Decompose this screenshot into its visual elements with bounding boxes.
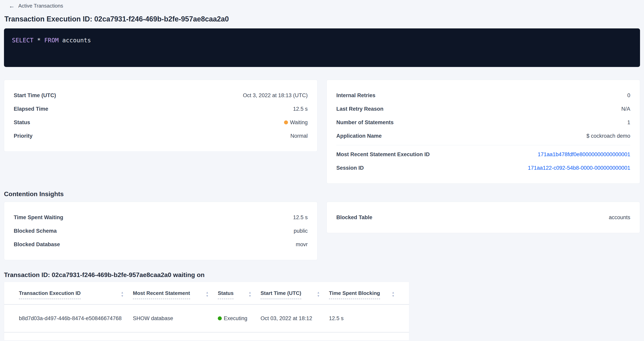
elapsed-time-label: Elapsed Time <box>14 105 56 112</box>
waiting-on-table-header: Transaction Execution ID ▲ ▼ Most Recent… <box>4 290 409 305</box>
sql-star: * <box>37 37 40 44</box>
time-spent-waiting-label: Time Spent Waiting <box>14 214 71 221</box>
status-text: Waiting <box>290 119 308 126</box>
table-row: b8d7d03a-d497-446b-8474-e50846674768 SHO… <box>4 305 409 333</box>
sort-asc-icon: ▲ <box>248 291 252 294</box>
statement-execution-id-row: Most Recent Statement Execution ID 171aa… <box>336 148 630 161</box>
sql-table-name: accounts <box>62 37 91 44</box>
column-label: Most Recent Statement <box>133 290 190 299</box>
sql-statement-box: SELECT * FROM accounts <box>4 28 640 67</box>
sort-asc-icon: ▲ <box>392 291 394 294</box>
last-retry-reason-value: N/A <box>621 105 630 112</box>
contention-card-right: Blocked Table accounts <box>326 202 640 233</box>
cell-start-time: Oct 03, 2022 at 18:12 <box>260 315 329 322</box>
sql-keyword-from: FROM <box>44 37 59 44</box>
contention-card-left: Time Spent Waiting 12.5 s Blocked Schema… <box>4 202 318 260</box>
sort-asc-icon: ▲ <box>317 291 320 294</box>
internal-retries-label: Internal Retries <box>336 92 384 99</box>
sort-icon[interactable]: ▲ ▼ <box>392 291 394 297</box>
contention-insights-heading: Contention Insights <box>4 190 640 198</box>
breadcrumb-label: Active Transactions <box>18 3 63 9</box>
waiting-on-table: Transaction Execution ID ▲ ▼ Most Recent… <box>4 282 409 341</box>
start-time-value: Oct 3, 2022 at 18:13 (UTC) <box>243 92 308 99</box>
contention-insights-section: Time Spent Waiting 12.5 s Blocked Schema… <box>4 202 640 260</box>
number-of-statements-label: Number of Statements <box>336 119 402 126</box>
internal-retries-value: 0 <box>627 92 630 99</box>
application-name-label: Application Name <box>336 133 390 139</box>
time-spent-waiting-row: Time Spent Waiting 12.5 s <box>14 211 308 224</box>
status-row: Status Waiting <box>14 116 308 129</box>
column-header-most-recent-statement[interactable]: Most Recent Statement ▲ ▼ <box>133 290 218 299</box>
active-transaction-details-page: ← Active Transactions Transaction Execut… <box>0 0 644 341</box>
back-arrow-icon: ← <box>9 3 15 9</box>
sort-icon[interactable]: ▲ ▼ <box>121 291 124 297</box>
blocked-schema-label: Blocked Schema <box>14 228 65 234</box>
column-header-transaction-execution-id[interactable]: Transaction Execution ID ▲ ▼ <box>19 290 133 299</box>
session-id-row: Session ID 171aa122-c092-54b8-0000-00000… <box>336 161 630 175</box>
priority-label: Priority <box>14 133 40 139</box>
waiting-status-dot-icon <box>284 120 288 124</box>
statement-execution-id-label: Most Recent Statement Execution ID <box>336 151 438 158</box>
start-time-row: Start Time (UTC) Oct 3, 2022 at 18:13 (U… <box>14 89 308 102</box>
priority-value: Normal <box>290 133 308 139</box>
sort-icon[interactable]: ▲ ▼ <box>317 291 320 297</box>
blocked-database-row: Blocked Database movr <box>14 238 308 251</box>
column-label: Start Time (UTC) <box>260 290 301 299</box>
elapsed-time-row: Elapsed Time 12.5 s <box>14 102 308 116</box>
column-label: Time Spent Blocking <box>329 290 380 299</box>
sort-desc-icon: ▼ <box>206 295 209 297</box>
blocked-table-row: Blocked Table accounts <box>336 211 630 224</box>
session-id-label: Session ID <box>336 165 372 171</box>
cell-status: Executing <box>218 315 260 322</box>
last-retry-reason-row: Last Retry Reason N/A <box>336 102 630 116</box>
status-text: Executing <box>224 315 248 322</box>
number-of-statements-row: Number of Statements 1 <box>336 116 630 129</box>
back-link-active-transactions[interactable]: ← Active Transactions <box>4 3 63 9</box>
sort-asc-icon: ▲ <box>121 291 124 294</box>
sort-desc-icon: ▼ <box>248 295 252 297</box>
column-label: Status <box>218 290 234 299</box>
blocked-database-label: Blocked Database <box>14 241 68 248</box>
executing-status-dot-icon <box>218 316 222 320</box>
time-spent-waiting-value: 12.5 s <box>293 214 308 221</box>
sort-icon[interactable]: ▲ ▼ <box>248 291 252 297</box>
start-time-label: Start Time (UTC) <box>14 92 64 99</box>
sort-desc-icon: ▼ <box>121 295 124 297</box>
sort-asc-icon: ▲ <box>206 291 209 294</box>
blocked-table-label: Blocked Table <box>336 214 380 221</box>
sql-keyword-select: SELECT <box>12 37 34 44</box>
blocked-table-value: accounts <box>609 214 630 221</box>
sort-desc-icon: ▼ <box>392 295 394 297</box>
transaction-details-card-left: Start Time (UTC) Oct 3, 2022 at 18:13 (U… <box>4 80 318 152</box>
session-id-link[interactable]: 171aa122-c092-54b8-0000-000000000001 <box>528 165 630 171</box>
cell-transaction-execution-id: b8d7d03a-d497-446b-8474-e50846674768 <box>19 315 133 322</box>
priority-row: Priority Normal <box>14 129 308 143</box>
column-header-start-time[interactable]: Start Time (UTC) ▲ ▼ <box>260 290 329 299</box>
page-title: Transaction Execution ID: 02ca7931-f246-… <box>4 15 640 23</box>
waiting-on-heading: Transaction ID: 02ca7931-f246-469b-b2fe-… <box>4 271 640 279</box>
column-label: Transaction Execution ID <box>19 290 81 299</box>
status-label: Status <box>14 119 38 126</box>
column-header-status[interactable]: Status ▲ ▼ <box>218 290 260 299</box>
column-header-time-spent-blocking[interactable]: Time Spent Blocking ▲ ▼ <box>329 290 394 299</box>
sort-icon[interactable]: ▲ ▼ <box>206 291 209 297</box>
status-value: Waiting <box>284 119 308 126</box>
cell-time-spent-blocking: 12.5 s <box>329 315 394 322</box>
blocked-database-value: movr <box>296 241 308 248</box>
application-name-row: Application Name $ cockroach demo <box>336 129 630 143</box>
blocked-schema-value: public <box>294 228 308 234</box>
transaction-details-card-right: Internal Retries 0 Last Retry Reason N/A… <box>326 80 640 184</box>
blocked-schema-row: Blocked Schema public <box>14 224 308 238</box>
cell-most-recent-statement: SHOW database <box>133 315 218 322</box>
last-retry-reason-label: Last Retry Reason <box>336 105 392 112</box>
application-name-value: $ cockroach demo <box>586 133 630 139</box>
transaction-overview-section: Start Time (UTC) Oct 3, 2022 at 18:13 (U… <box>4 80 640 184</box>
sort-desc-icon: ▼ <box>317 295 320 297</box>
statement-execution-id-link[interactable]: 171aa1b478fdf0e80000000000000001 <box>538 151 630 158</box>
number-of-statements-value: 1 <box>627 119 630 126</box>
internal-retries-row: Internal Retries 0 <box>336 89 630 102</box>
elapsed-time-value: 12.5 s <box>293 105 308 112</box>
